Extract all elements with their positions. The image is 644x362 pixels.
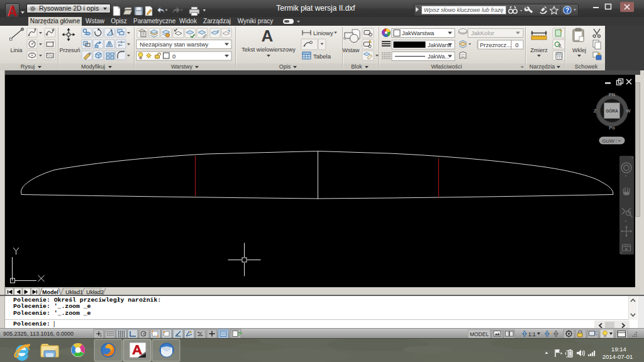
svg-text:0: 0 [172, 53, 175, 60]
svg-text:Blok: Blok [351, 63, 362, 70]
svg-text:GUW: GUW [602, 138, 614, 144]
svg-text:19:14: 19:14 [611, 346, 626, 353]
svg-text:Narzędzia: Narzędzia [530, 63, 555, 70]
svg-text:Wklej: Wklej [572, 47, 586, 53]
svg-text:2014-07-01: 2014-07-01 [602, 353, 633, 360]
svg-text:Opis: Opis [279, 63, 291, 70]
svg-text:Zmierz: Zmierz [530, 47, 548, 53]
svg-text:W: W [626, 108, 631, 114]
svg-text:Liniowy: Liniowy [313, 30, 333, 36]
svg-text:»: » [521, 64, 524, 70]
svg-text:JakWa...: JakWa... [428, 53, 450, 60]
svg-text:Warstwy: Warstwy [171, 63, 193, 70]
svg-text:Schowek: Schowek [575, 63, 598, 70]
svg-text:Po: Po [609, 125, 615, 131]
svg-text:0: 0 [515, 41, 518, 48]
svg-text:Wstaw: Wstaw [343, 47, 360, 53]
svg-text:Właściwości: Właściwości [431, 63, 462, 70]
svg-text:GÓRA: GÓRA [606, 108, 618, 113]
svg-text:Tekst wielowierszowy: Tekst wielowierszowy [242, 47, 296, 53]
svg-text:Niezapisany stan warstwy: Niezapisany stan warstwy [140, 41, 209, 48]
svg-text:JakWarstwa: JakWarstwa [402, 30, 435, 36]
svg-text:Modyfikuj: Modyfikuj [81, 63, 105, 70]
svg-text:Przezrocz...: Przezrocz... [480, 41, 511, 48]
svg-text:Przesuń: Przesuń [59, 47, 80, 53]
svg-text:A: A [262, 26, 274, 45]
svg-text:JakKolor: JakKolor [471, 30, 494, 36]
svg-text:Rysuj: Rysuj [21, 63, 35, 70]
svg-text:1:1: 1:1 [528, 331, 536, 337]
svg-text:Z: Z [594, 108, 597, 114]
svg-text:MODEL: MODEL [470, 331, 489, 337]
svg-text:PN: PN [609, 92, 615, 97]
svg-text:JakWarst: JakWarst [428, 42, 452, 48]
svg-text:Tabela: Tabela [313, 53, 331, 60]
svg-text:?: ? [565, 7, 569, 14]
svg-text:Linia: Linia [10, 47, 22, 53]
